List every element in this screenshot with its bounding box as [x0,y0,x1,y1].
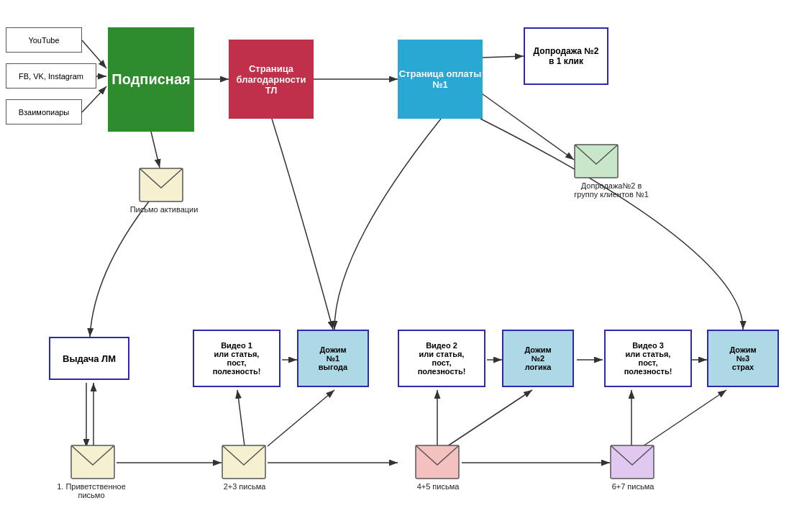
node-dozhim2: Дожим№2логика [502,330,574,387]
envelope-letter2 [222,445,266,479]
source-fb-vk: FB, VK, Instagram [6,63,96,89]
label-letter4: 6+7 письма [608,482,658,491]
envelope-letter4 [610,445,654,479]
envelope-letter3 [415,445,460,479]
node-video3: Видео 3или статья,пост,полезность! [604,330,692,387]
envelope-letter1 [70,445,115,479]
diagram: YouTube FB, VK, Instagram Взаимопиары По… [0,0,812,521]
label-letter2: 2+3 письма [219,482,270,491]
source-youtube: YouTube [6,27,82,53]
svg-line-7 [482,94,574,160]
node-video1: Видео 1или статья,пост,полезность! [193,330,280,387]
node-video2: Видео 2или статья,пост,полезность! [398,330,485,387]
envelope-activation [139,168,183,202]
label-letter3: 4+5 письма [413,482,463,491]
svg-line-8 [151,132,160,168]
svg-rect-25 [140,168,183,201]
svg-line-18 [447,390,532,446]
node-oplaty: Страница оплаты№1 [398,40,483,119]
envelope-doprodazha2 [574,144,619,178]
label-doprodazha2: Допродажа№2 вгруппу клиентов №1 [568,181,654,199]
svg-line-22 [643,390,726,446]
svg-rect-28 [416,445,459,479]
svg-line-3 [82,86,106,112]
source-vzaimo: Взаимопиары [6,99,82,124]
node-dozhim1: Дожим№1выгода [297,330,369,387]
svg-line-6 [482,56,524,58]
svg-line-12 [237,390,245,446]
label-activation: Письмо активации [121,205,207,214]
label-letter1: 1. Приветственноеписьмо [52,482,131,499]
node-dozhim3: Дожим№3страх [707,330,779,387]
node-vydacha: Выдача ЛМ [49,337,129,380]
svg-rect-29 [611,445,654,479]
svg-line-14 [268,390,334,446]
svg-rect-27 [222,445,265,479]
svg-rect-26 [71,445,114,479]
node-podpisnaya: Подписная [108,27,194,132]
node-blagodarnosti: СтраницаблагодарностиТЛ [229,40,314,119]
node-doprodazha1: Допродажа №2в 1 клик [524,27,608,85]
svg-rect-24 [575,145,618,178]
